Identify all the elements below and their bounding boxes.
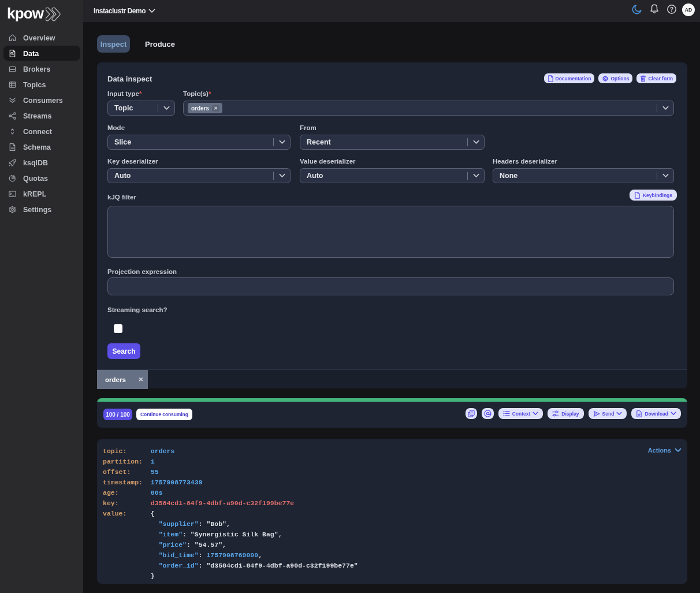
svg-text:?: ? — [670, 6, 673, 13]
